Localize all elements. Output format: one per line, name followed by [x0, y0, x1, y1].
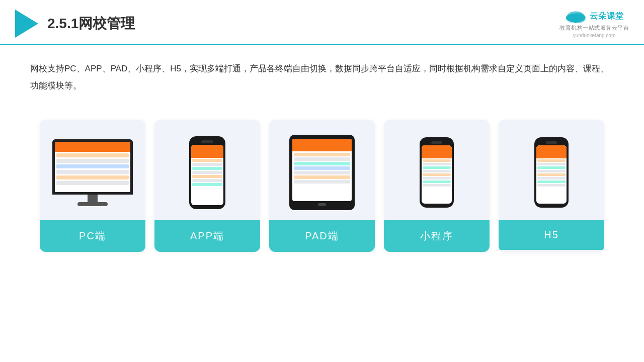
- monitor-neck: [88, 195, 98, 202]
- phone-h5-notch: [546, 141, 557, 144]
- brand-logo: 云朵课堂: [565, 9, 624, 23]
- page-title: 2.5.1网校管理: [47, 14, 135, 33]
- monitor-screen-header: [55, 142, 130, 152]
- phone-device: [189, 136, 225, 209]
- tablet-home-button: [318, 203, 326, 206]
- brand-name: 云朵课堂: [590, 11, 624, 22]
- phone-mini-device: [420, 137, 454, 208]
- cards-container: PC端 APP端: [0, 105, 644, 262]
- card-image-pc: [40, 120, 145, 220]
- phone-h5-screen: [536, 145, 567, 204]
- card-pc: PC端: [40, 120, 145, 252]
- monitor-screen-body: [55, 152, 130, 192]
- card-image-pad: [269, 120, 375, 220]
- card-image-h5: [499, 120, 604, 220]
- card-label-miniapp: 小程序: [384, 220, 490, 252]
- card-pad: PAD端: [269, 120, 375, 252]
- card-image-app: [154, 120, 260, 220]
- card-label-pc: PC端: [40, 220, 145, 252]
- logo-triangle-icon: [15, 10, 38, 38]
- card-image-miniapp: [384, 120, 490, 220]
- card-miniapp: 小程序: [384, 120, 490, 252]
- tablet-device: [289, 135, 355, 210]
- monitor-screen: [55, 142, 130, 192]
- card-label-h5: H5: [499, 220, 604, 250]
- phone-mini-screen: [422, 145, 452, 204]
- phone-screen: [191, 145, 223, 205]
- card-app: APP端: [154, 120, 260, 252]
- cloud-icon: [565, 9, 587, 23]
- header-right: 云朵课堂 教育机构一站式服务云平台 yunduoketang.com: [559, 9, 629, 38]
- brand-slogan: 教育机构一站式服务云平台: [559, 24, 629, 32]
- tablet-screen: [292, 139, 352, 201]
- svg-rect-4: [575, 19, 577, 23]
- card-label-app: APP端: [154, 220, 260, 252]
- brand-url: yunduoketang.com: [573, 33, 616, 38]
- phone-mini-notch: [431, 141, 442, 144]
- phone-notch: [201, 140, 213, 143]
- card-label-pad: PAD端: [269, 220, 375, 252]
- phone-h5-device: [534, 137, 569, 208]
- card-h5: H5: [499, 120, 604, 252]
- monitor-base: [77, 202, 108, 206]
- header: 2.5.1网校管理 云朵课堂 教育机构一站式服务云平台 yunduoketang…: [0, 0, 644, 45]
- description-text: 网校支持PC、APP、PAD、小程序、H5，实现多端打通，产品各终端自由切换，数…: [0, 45, 644, 100]
- monitor-body: [52, 139, 133, 195]
- header-left: 2.5.1网校管理: [15, 10, 135, 38]
- monitor-device: [52, 139, 133, 206]
